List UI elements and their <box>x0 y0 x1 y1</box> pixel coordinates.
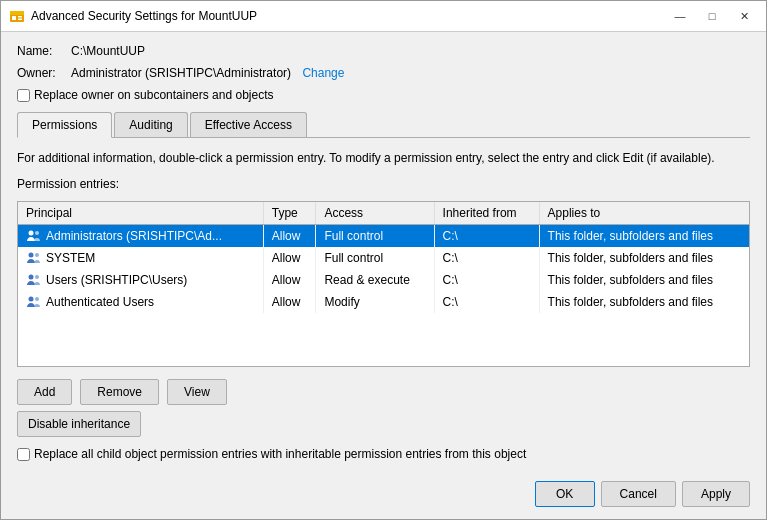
minimize-button[interactable]: — <box>666 7 694 25</box>
apply-button[interactable]: Apply <box>682 481 750 507</box>
svg-point-5 <box>29 230 34 235</box>
col-header-access: Access <box>316 202 434 225</box>
inherited-cell: C:\ <box>434 269 539 291</box>
svg-point-7 <box>29 252 34 257</box>
dialog-buttons: OK Cancel Apply <box>1 473 766 519</box>
replace-owner-label: Replace owner on subcontainers and objec… <box>34 88 273 102</box>
inherited-cell: C:\ <box>434 224 539 247</box>
table-header-row: Principal Type Access Inherited from App… <box>18 202 749 225</box>
title-bar: Advanced Security Settings for MountUUP … <box>1 1 766 32</box>
owner-label: Owner: <box>17 66 67 80</box>
window-icon <box>9 8 25 24</box>
table-row[interactable]: Administrators (SRISHTIPC\Ad...AllowFull… <box>18 224 749 247</box>
cancel-button[interactable]: Cancel <box>601 481 676 507</box>
type-cell: Allow <box>263 269 316 291</box>
permissions-table-element: Principal Type Access Inherited from App… <box>18 202 749 313</box>
svg-point-12 <box>35 297 39 301</box>
user-icon <box>26 228 42 244</box>
disable-inheritance-button[interactable]: Disable inheritance <box>17 411 141 437</box>
inherited-cell: C:\ <box>434 291 539 313</box>
inherited-cell: C:\ <box>434 247 539 269</box>
user-icon <box>26 272 42 288</box>
permissions-section-label: Permission entries: <box>17 177 750 191</box>
replace-owner-row: Replace owner on subcontainers and objec… <box>17 88 750 102</box>
principal-cell: Users (SRISHTIPC\Users) <box>18 269 263 291</box>
svg-point-9 <box>29 274 34 279</box>
remove-button[interactable]: Remove <box>80 379 159 405</box>
permissions-table: Principal Type Access Inherited from App… <box>17 201 750 367</box>
applies-to-cell: This folder, subfolders and files <box>539 269 749 291</box>
close-button[interactable]: ✕ <box>730 7 758 25</box>
svg-rect-2 <box>12 16 16 20</box>
svg-point-11 <box>29 296 34 301</box>
svg-point-10 <box>35 275 39 279</box>
access-cell: Full control <box>316 224 434 247</box>
description-text: For additional information, double-click… <box>17 150 750 167</box>
view-button[interactable]: View <box>167 379 227 405</box>
svg-rect-4 <box>18 19 22 21</box>
change-owner-link[interactable]: Change <box>302 66 344 80</box>
access-cell: Full control <box>316 247 434 269</box>
title-bar-text: Advanced Security Settings for MountUUP <box>31 9 666 23</box>
col-header-principal: Principal <box>18 202 263 225</box>
col-header-applies: Applies to <box>539 202 749 225</box>
title-bar-controls: — □ ✕ <box>666 7 758 25</box>
name-row: Name: C:\MountUUP <box>17 44 750 58</box>
principal-cell: Administrators (SRISHTIPC\Ad... <box>18 224 263 247</box>
svg-point-8 <box>35 253 39 257</box>
principal-cell: SYSTEM <box>18 247 263 269</box>
tab-effective-access[interactable]: Effective Access <box>190 112 307 137</box>
access-cell: Read & execute <box>316 269 434 291</box>
add-button[interactable]: Add <box>17 379 72 405</box>
svg-rect-3 <box>18 16 22 18</box>
main-content: Name: C:\MountUUP Owner: Administrator (… <box>1 32 766 473</box>
owner-row: Owner: Administrator (SRISHTIPC\Administ… <box>17 66 750 80</box>
table-row[interactable]: SYSTEMAllowFull controlC:\This folder, s… <box>18 247 749 269</box>
type-cell: Allow <box>263 224 316 247</box>
replace-all-row: Replace all child object permission entr… <box>17 447 750 461</box>
disable-inheritance-row: Disable inheritance <box>17 411 750 437</box>
svg-rect-1 <box>10 11 24 15</box>
access-cell: Modify <box>316 291 434 313</box>
principal-cell: Authenticated Users <box>18 291 263 313</box>
window: Advanced Security Settings for MountUUP … <box>0 0 767 520</box>
table-row[interactable]: Authenticated UsersAllowModifyC:\This fo… <box>18 291 749 313</box>
tab-auditing[interactable]: Auditing <box>114 112 187 137</box>
name-value: C:\MountUUP <box>71 44 145 58</box>
replace-all-checkbox[interactable] <box>17 448 30 461</box>
type-cell: Allow <box>263 247 316 269</box>
applies-to-cell: This folder, subfolders and files <box>539 291 749 313</box>
maximize-button[interactable]: □ <box>698 7 726 25</box>
owner-value: Administrator (SRISHTIPC\Administrator) <box>71 66 291 80</box>
svg-point-6 <box>35 231 39 235</box>
replace-owner-checkbox[interactable] <box>17 89 30 102</box>
action-buttons: Add Remove View <box>17 379 750 405</box>
applies-to-cell: This folder, subfolders and files <box>539 247 749 269</box>
ok-button[interactable]: OK <box>535 481 595 507</box>
table-row[interactable]: Users (SRISHTIPC\Users)AllowRead & execu… <box>18 269 749 291</box>
type-cell: Allow <box>263 291 316 313</box>
applies-to-cell: This folder, subfolders and files <box>539 224 749 247</box>
tab-permissions[interactable]: Permissions <box>17 112 112 138</box>
user-icon <box>26 250 42 266</box>
tab-bar: Permissions Auditing Effective Access <box>17 112 750 138</box>
col-header-inherited: Inherited from <box>434 202 539 225</box>
user-icon <box>26 294 42 310</box>
replace-all-label: Replace all child object permission entr… <box>34 447 526 461</box>
col-header-type: Type <box>263 202 316 225</box>
name-label: Name: <box>17 44 67 58</box>
